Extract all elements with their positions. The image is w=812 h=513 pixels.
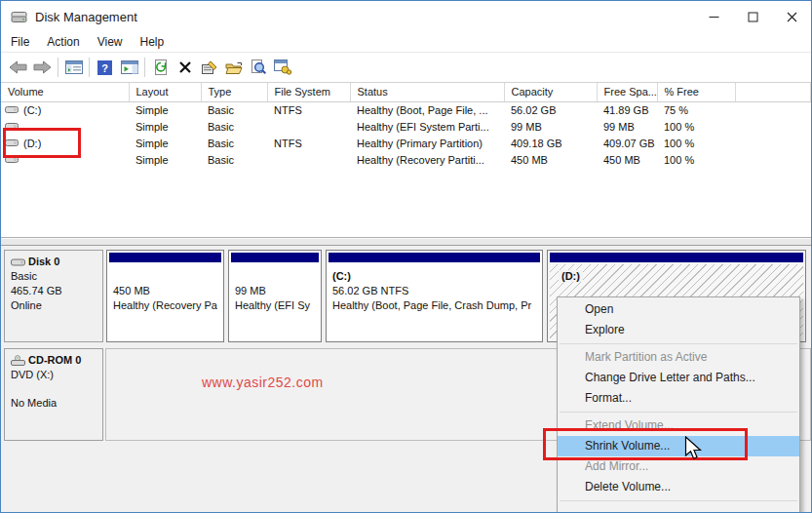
cdrom-panel[interactable]: CD-ROM 0 DVD (X:) No Media [4, 348, 103, 441]
cell-layout: Simple [129, 135, 201, 151]
cell-free: 41.89 GB [597, 101, 657, 118]
action-pane-icon[interactable] [117, 56, 141, 80]
cell-fs: NTFS [267, 135, 350, 151]
menu-view[interactable]: View [89, 33, 132, 51]
back-icon[interactable] [6, 56, 30, 80]
menu-item-delete-volume[interactable]: Delete Volume... [558, 477, 799, 497]
cell-status: Healthy (Boot, Page File, ... [350, 101, 504, 118]
mouse-cursor-icon [684, 436, 703, 466]
partition-color-band [550, 253, 803, 262]
menu-file[interactable]: File [2, 33, 38, 51]
column-status[interactable]: Status [350, 83, 504, 101]
menu-item-change-drive-letter[interactable]: Change Drive Letter and Paths... [558, 368, 799, 388]
column-capacity[interactable]: Capacity [504, 83, 597, 101]
partition-label: (C:) [332, 269, 542, 284]
volume-table: Volume Layout Type File System Status Ca… [1, 83, 811, 168]
menu-separator [560, 500, 797, 501]
cell-capacity: 409.18 GB [504, 135, 597, 151]
disk-icon [11, 257, 25, 267]
partition-label: (D:) [559, 270, 583, 282]
cell-capacity: 56.02 GB [504, 101, 597, 118]
column-file-system[interactable]: File System [267, 83, 350, 101]
cell-pct: 100 % [657, 118, 735, 135]
menu-item-mark-partition-active: Mark Partition as Active [558, 347, 799, 368]
menu-separator [560, 343, 797, 344]
settings-icon[interactable] [270, 56, 294, 80]
annotation-box-d-volume [3, 128, 81, 158]
volume-row-d[interactable]: (D:) Simple Basic NTFS Healthy (Primary … [1, 135, 811, 151]
partition-status: Healthy (Boot, Page File, Crash Dump, Pr [332, 298, 542, 313]
cell-type: Basic [201, 151, 267, 168]
volume-row-c[interactable]: (C:) Simple Basic NTFS Healthy (Boot, Pa… [1, 101, 811, 118]
partition-label [113, 269, 223, 284]
cell-free: 99 MB [597, 118, 657, 135]
maximize-icon[interactable] [733, 1, 772, 32]
window-controls [694, 1, 811, 32]
column-type[interactable]: Type [201, 83, 267, 101]
cell-pct: 100 % [657, 135, 735, 151]
cell-status: Healthy (EFI System Parti... [350, 118, 504, 135]
cell-status: Healthy (Recovery Partiti... [350, 151, 504, 168]
window-title: Disk Management [35, 10, 137, 24]
context-menu: Open Explore Mark Partition as Active Ch… [557, 296, 800, 513]
volume-list: Volume Layout Type File System Status Ca… [1, 83, 811, 237]
column-pct-free[interactable]: % Free [657, 83, 735, 101]
menu-item-explore[interactable]: Explore [558, 320, 799, 340]
cell-type: Basic [201, 135, 267, 151]
cdrom-type: DVD (X:) [11, 368, 100, 382]
column-layout[interactable]: Layout [129, 83, 201, 101]
pane-splitter[interactable] [1, 237, 811, 246]
properties-icon[interactable] [197, 56, 221, 80]
disk-management-window: Disk Management File Action View Help [0, 0, 812, 513]
disk-management-app-icon [11, 10, 27, 24]
disk0-state: Online [11, 298, 100, 313]
help-icon[interactable]: ? [93, 56, 117, 80]
menu-item-format[interactable]: Format... [558, 388, 799, 409]
cell-fs [267, 118, 350, 135]
column-volume[interactable]: Volume [1, 83, 129, 101]
menu-help[interactable]: Help [132, 33, 174, 51]
menu-action[interactable]: Action [38, 33, 88, 51]
disk0-panel[interactable]: Disk 0 Basic 465.74 GB Online [4, 250, 103, 342]
partition-recovery[interactable]: 450 MB Healthy (Recovery Pa [106, 250, 224, 342]
forward-icon[interactable] [30, 56, 55, 80]
cell-capacity: 450 MB [504, 151, 597, 168]
partition-color-band [231, 253, 319, 262]
cell-free: 450 MB [597, 151, 657, 168]
cell-layout: Simple [129, 101, 201, 118]
cell-status: Healthy (Primary Partition) [350, 135, 504, 151]
partition-size: 450 MB [113, 284, 223, 298]
cell-fs: NTFS [267, 101, 350, 118]
menu-item-open[interactable]: Open [558, 299, 799, 320]
volume-row-recovery[interactable]: Simple Basic Healthy (Recovery Partiti..… [1, 151, 811, 168]
cell-type: Basic [201, 101, 267, 118]
column-filler [735, 83, 811, 101]
annotation-box-shrink-volume [543, 428, 748, 460]
cell-type: Basic [201, 118, 267, 135]
open-folder-icon[interactable] [221, 56, 246, 80]
close-icon[interactable] [772, 1, 811, 32]
toolbar-separator [89, 58, 90, 77]
volume-table-header: Volume Layout Type File System Status Ca… [1, 83, 811, 101]
svg-text:?: ? [101, 61, 108, 73]
console-tree-icon[interactable] [61, 56, 86, 80]
partition-efi[interactable]: 99 MB Healthy (EFI Sy [228, 250, 322, 342]
partition-status: Healthy (Recovery Pa [113, 298, 223, 313]
minimize-icon[interactable] [694, 1, 733, 32]
menu-separator [560, 412, 797, 413]
partition-status: Healthy (EFI Sy [235, 298, 321, 313]
toolbar-separator [58, 58, 58, 77]
partition-color-band [109, 253, 221, 262]
cell-layout: Simple [129, 151, 201, 168]
title-bar: Disk Management [1, 1, 811, 32]
column-free-space[interactable]: Free Spa... [597, 83, 657, 101]
volume-row-efi[interactable]: Simple Basic Healthy (EFI System Parti..… [1, 118, 811, 135]
partition-c[interactable]: (C:) 56.02 GB NTFS Healthy (Boot, Page F… [326, 250, 543, 342]
refresh-icon[interactable] [148, 56, 173, 80]
partition-size: 56.02 GB NTFS [332, 284, 542, 298]
delete-icon[interactable] [173, 56, 197, 80]
watermark: www.yasir252.com [202, 375, 324, 390]
find-icon[interactable] [246, 56, 270, 80]
disk0-name: Disk 0 [28, 255, 59, 269]
partition-label [235, 269, 321, 284]
